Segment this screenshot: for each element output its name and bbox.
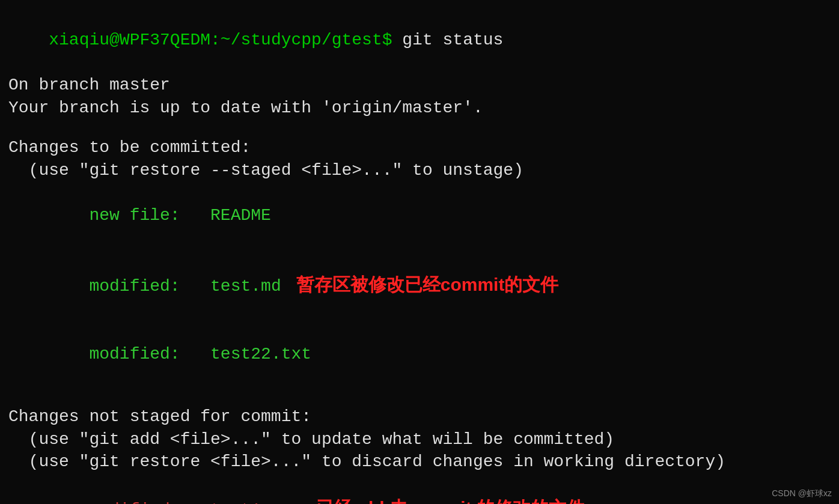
annotation-2: 已经add 未commit 的修改的文件 (301, 498, 585, 504)
section1-file3-name: test22.txt (210, 345, 311, 363)
section1-header: Changes to be committed: (8, 136, 831, 159)
section2-hint1: (use "git add <file>..." to update what … (8, 428, 831, 451)
section1-hint: (use "git restore --staged <file>..." to… (8, 159, 831, 182)
branch-line: On branch master (8, 74, 831, 97)
section1-file1-label: new file: (49, 206, 210, 225)
section2-file1-label: modified: (49, 500, 210, 504)
section1-file3-label: modified: (49, 345, 210, 363)
prompt-1: xiaqiu@WPF37QEDM:~/studycpp/gtest$ (49, 31, 392, 49)
section2-file1-row: modified: test1.cpp 已经add 未commit 的修改的文件 (8, 473, 831, 504)
section1-file3: modified: test22.txt (8, 320, 831, 388)
blank-1 (8, 120, 831, 136)
section2-header: Changes not staged for commit: (8, 405, 831, 428)
terminal-window: xiaqiu@WPF37QEDM:~/studycpp/gtest$ git s… (0, 0, 839, 504)
section1-file1-name: README (210, 206, 271, 225)
section1-file2-row: modified: test.md 暂存区被修改已经commit的文件 (8, 250, 831, 320)
blank-2 (8, 389, 831, 405)
section2-hint2: (use "git restore <file>..." to discard … (8, 451, 831, 473)
up-to-date-line: Your branch is up to date with 'origin/m… (8, 97, 831, 120)
section1-file2-label: modified: (49, 277, 210, 296)
command-1: git status (392, 31, 504, 49)
command-line-1: xiaqiu@WPF37QEDM:~/studycpp/gtest$ git s… (8, 6, 831, 74)
section1-file1: new file: README (8, 182, 831, 250)
section1-file2-name: test.md (210, 277, 281, 296)
watermark: CSDN @虾球xz (772, 488, 832, 499)
section2-file1-name: test1.cpp (210, 500, 301, 504)
annotation-1: 暂存区被修改已经commit的文件 (281, 275, 559, 294)
